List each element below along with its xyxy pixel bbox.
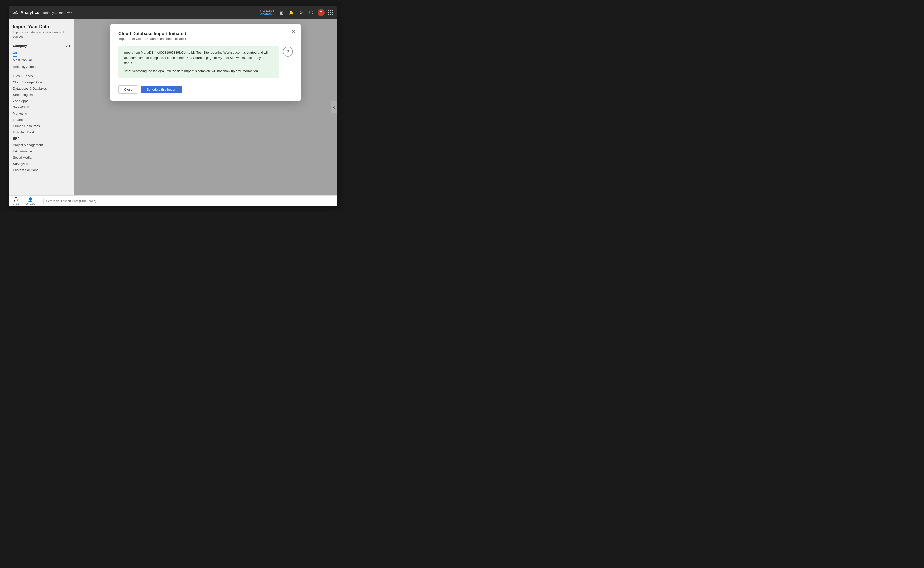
modal-close-button[interactable]: ✕ xyxy=(292,29,296,34)
info-text-1: Import from MariaDB (_e00281965889fe9d) … xyxy=(123,50,274,66)
chats-icon: 💬 xyxy=(14,197,18,202)
sidebar-item-sales-crm[interactable]: Sales/CRM xyxy=(13,104,70,110)
sidebar-item-erp[interactable]: ERP xyxy=(13,136,70,142)
sidebar-item-files-feeds[interactable]: Files & Feeds xyxy=(13,73,70,79)
schedule-import-button[interactable]: Schedule this Import xyxy=(141,86,182,94)
modal-overlay: ✕ Cloud Database Import Initiated Import… xyxy=(74,19,337,195)
sidebar-item-zoho-apps[interactable]: Zoho Apps xyxy=(13,98,70,104)
info-text-2: Note: Accessing the table(s) until the d… xyxy=(123,69,274,74)
free-edition-badge[interactable]: Free Edition UPGRADE xyxy=(260,9,274,15)
sidebar-item-streaming[interactable]: Streaming Data xyxy=(13,92,70,98)
contacts-icon: 👤 xyxy=(28,197,33,202)
topbar: Analytics tanmoysarkar.now ▾ Free Editio… xyxy=(9,6,337,19)
sidebar-item-recently-added[interactable]: Recently Added xyxy=(13,63,70,70)
app-logo[interactable]: Analytics xyxy=(13,10,39,15)
chevron-down-icon: ▾ xyxy=(71,11,72,14)
sidebar-item-all[interactable]: All xyxy=(13,50,17,57)
workspace-selector[interactable]: tanmoysarkar.now ▾ xyxy=(43,11,72,15)
contacts-button[interactable]: 👤 Contacts xyxy=(25,197,35,205)
close-button[interactable]: Close xyxy=(118,85,138,94)
bottombar: 💬 Chats 👤 Contacts xyxy=(9,195,337,206)
modal-footer: Close Schedule this Import xyxy=(118,85,293,94)
sidebar-nav: All Most Popular Recently Added Files & … xyxy=(13,50,70,173)
sidebar-item-databases[interactable]: Databases & Datalakes xyxy=(13,85,70,92)
modal-body: Import from MariaDB (_e00281965889fe9d) … xyxy=(118,45,293,79)
sidebar-item-it[interactable]: IT & Help Desk xyxy=(13,129,70,136)
sidebar-item-custom[interactable]: Custom Solutions xyxy=(13,167,70,173)
smart-chat-input[interactable] xyxy=(43,198,333,204)
upgrade-link[interactable]: UPGRADE xyxy=(260,12,274,15)
sidebar: Import Your Data Import your data from a… xyxy=(9,19,74,195)
svg-marker-0 xyxy=(14,11,18,14)
sidebar-subtitle: Import your data from a wide variety of … xyxy=(13,30,70,39)
settings-icon[interactable]: ⚙ xyxy=(298,9,304,16)
free-edition-line1: Free Edition xyxy=(260,9,274,12)
notifications-icon[interactable]: 🔔 xyxy=(288,9,295,16)
sidebar-item-project-mgmt[interactable]: Project Management xyxy=(13,142,70,148)
main-area: Import Your Data Import your data from a… xyxy=(9,19,337,195)
sidebar-item-finance[interactable]: Finance xyxy=(13,117,70,123)
info-box: Import from MariaDB (_e00281965889fe9d) … xyxy=(118,45,279,79)
contacts-label: Contacts xyxy=(25,202,35,205)
help-symbol: ? xyxy=(286,49,289,54)
chat-icon[interactable]: ▣ xyxy=(277,9,285,16)
sidebar-item-social-media[interactable]: Social Media xyxy=(13,154,70,160)
sidebar-item-hr[interactable]: Human Resources xyxy=(13,123,70,129)
sidebar-item-most-popular[interactable]: Most Popular xyxy=(13,57,70,63)
sidebar-title: Import Your Data xyxy=(13,24,70,29)
chats-label: Chats xyxy=(13,202,19,205)
topbar-right: Free Edition UPGRADE ▣ 🔔 ⚙ ⓘ T xyxy=(260,9,333,16)
chats-button[interactable]: 💬 Chats xyxy=(13,197,19,205)
sidebar-item-marketing[interactable]: Marketing xyxy=(13,110,70,117)
modal: ✕ Cloud Database Import Initiated Import… xyxy=(110,24,301,101)
sidebar-separator xyxy=(13,70,70,73)
category-label: Category xyxy=(13,44,27,48)
modal-subtitle: Import from Cloud Database has been init… xyxy=(118,37,293,41)
help-icon[interactable]: ⓘ xyxy=(307,9,315,16)
workspace-name: tanmoysarkar.now xyxy=(43,11,70,15)
apps-grid-icon[interactable] xyxy=(328,10,333,15)
sidebar-item-ecommerce[interactable]: E-Commerce xyxy=(13,148,70,154)
modal-header: Cloud Database Import Initiated Import f… xyxy=(118,31,293,41)
sidebar-item-survey[interactable]: Survey/Forms xyxy=(13,160,70,167)
sidebar-item-cloud-storage[interactable]: Cloud Storage/Drive xyxy=(13,79,70,85)
avatar[interactable]: T xyxy=(318,9,325,16)
category-all[interactable]: All xyxy=(67,44,70,48)
help-circle-icon[interactable]: ? xyxy=(283,47,293,57)
smart-chat-container xyxy=(43,198,333,204)
content-area: ✕ Cloud Database Import Initiated Import… xyxy=(74,19,337,195)
category-header: Category All xyxy=(13,44,70,48)
app-title: Analytics xyxy=(20,10,39,15)
modal-title: Cloud Database Import Initiated xyxy=(118,31,293,36)
